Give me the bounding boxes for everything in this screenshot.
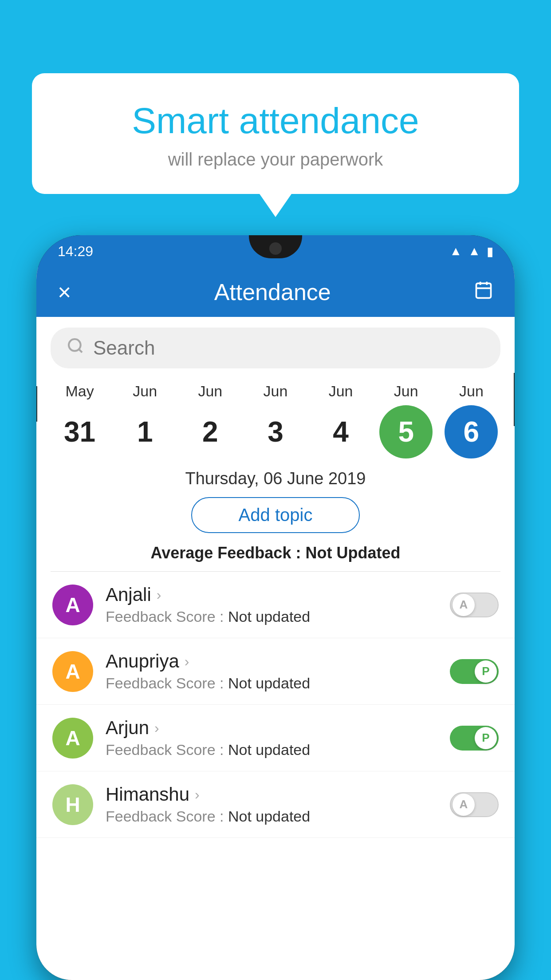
student-name: Anjali › [106,584,437,605]
phone-frame: 14:29 ▲ ▲ ▮ × Attendance May31Jun1Jun2Ju… [36,235,515,980]
attendance-toggle-container: A [450,792,499,817]
student-item[interactable]: AAnjali ›Feedback Score : Not updatedA [36,572,515,638]
calendar-day[interactable]: Jun4 [310,383,371,458]
calendar-day[interactable]: Jun6 [441,383,502,458]
student-name: Arjun › [106,717,437,739]
student-name: Himanshu › [106,784,437,805]
svg-rect-0 [476,283,491,298]
toggle-knob: P [475,660,497,683]
status-time: 14:29 [58,243,93,260]
cal-month-label: May [65,383,94,400]
student-avatar: H [52,784,93,825]
cal-date-number[interactable]: 4 [314,405,367,458]
chevron-icon: › [157,587,161,603]
calendar-day[interactable]: Jun3 [245,383,306,458]
student-avatar: A [52,585,93,625]
calendar-day[interactable]: Jun2 [180,383,241,458]
app-screen: × Attendance May31Jun1Jun2Jun3Jun4Jun5Ju… [36,267,515,980]
avg-feedback-label: Average Feedback : [151,544,301,562]
calendar-icon[interactable] [474,280,493,304]
status-bar: 14:29 ▲ ▲ ▮ [36,235,515,267]
cal-date-number[interactable]: 31 [53,405,106,458]
attendance-toggle[interactable]: A [450,792,499,817]
cal-month-label: Jun [394,383,418,400]
cal-month-label: Jun [459,383,484,400]
cal-month-label: Jun [133,383,157,400]
toggle-knob: A [453,594,475,616]
speech-bubble-subtitle: will replace your paperwork [59,150,492,170]
calendar-day[interactable]: Jun1 [114,383,176,458]
chevron-icon: › [195,786,200,803]
student-item[interactable]: AArjun ›Feedback Score : Not updatedP [36,705,515,771]
svg-line-5 [79,349,82,352]
attendance-toggle[interactable]: A [450,593,499,617]
volume-button [36,386,37,422]
cal-date-number[interactable]: 3 [249,405,302,458]
student-feedback: Feedback Score : Not updated [106,741,437,759]
cal-date-number[interactable]: 6 [445,405,498,458]
student-list: AAnjali ›Feedback Score : Not updatedAAA… [36,572,515,838]
student-feedback: Feedback Score : Not updated [106,675,437,692]
attendance-toggle-container: P [450,659,499,684]
chevron-icon: › [154,720,159,736]
student-feedback: Feedback Score : Not updated [106,808,437,825]
toggle-knob: P [475,727,497,749]
search-bar[interactable] [51,328,500,368]
student-info: Anupriya ›Feedback Score : Not updated [106,651,437,692]
wifi-icon: ▲ [450,244,462,258]
svg-point-4 [69,339,81,351]
student-info: Arjun ›Feedback Score : Not updated [106,717,437,759]
search-icon [67,337,84,359]
student-item[interactable]: HHimanshu ›Feedback Score : Not updatedA [36,771,515,838]
camera [269,242,282,255]
attendance-toggle-container: A [450,593,499,617]
cal-date-number[interactable]: 2 [184,405,237,458]
chevron-icon: › [185,653,189,670]
screen-title: Attendance [214,279,331,305]
attendance-toggle-container: P [450,726,499,751]
add-topic-button[interactable]: Add topic [191,497,360,533]
cal-date-number[interactable]: 5 [379,405,433,458]
student-item[interactable]: AAnupriya ›Feedback Score : Not updatedP [36,638,515,705]
selected-date: Thursday, 06 June 2019 [36,469,515,488]
calendar-strip: May31Jun1Jun2Jun3Jun4Jun5Jun6 [36,379,515,466]
close-button[interactable]: × [58,279,71,305]
calendar-day[interactable]: Jun5 [375,383,437,458]
app-header: × Attendance [36,267,515,317]
calendar-day[interactable]: May31 [49,383,110,458]
speech-bubble-title: Smart attendance [59,100,492,142]
student-name: Anupriya › [106,651,437,672]
student-feedback: Feedback Score : Not updated [106,608,437,625]
status-icons: ▲ ▲ ▮ [450,244,493,259]
student-info: Himanshu ›Feedback Score : Not updated [106,784,437,825]
cal-month-label: Jun [264,383,288,400]
search-input[interactable] [93,337,484,359]
student-info: Anjali ›Feedback Score : Not updated [106,584,437,625]
toggle-knob: A [453,794,475,816]
power-button [514,373,515,426]
attendance-toggle[interactable]: P [450,726,499,751]
student-avatar: A [52,651,93,692]
attendance-toggle[interactable]: P [450,659,499,684]
cal-month-label: Jun [198,383,222,400]
signal-icon: ▲ [468,244,480,258]
student-avatar: A [52,718,93,759]
phone-notch [249,235,302,258]
avg-feedback-value: Not Updated [305,544,400,562]
cal-month-label: Jun [329,383,353,400]
battery-icon: ▮ [487,244,493,259]
speech-bubble: Smart attendance will replace your paper… [32,73,519,194]
average-feedback: Average Feedback : Not Updated [36,544,515,562]
cal-date-number[interactable]: 1 [118,405,172,458]
